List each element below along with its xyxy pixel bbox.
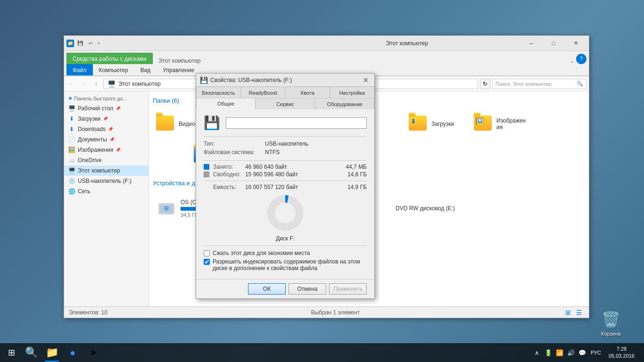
start-button[interactable]: ⊞ [2,343,21,362]
index-checkbox-row: Разрешить индексировать содержимое файло… [204,258,367,272]
info-table: Тип: USB-накопитель Файловая система: NT… [204,140,367,156]
free-space-row: Свободно: 15 960 596 480 байт 14,8 ГБ [204,171,367,178]
separator-2 [204,160,367,161]
taskbar: ⊞ 🔍 📁 ● ➤ ∧ 🔋 📶 🔊 💬 РУС 7:28 05.03.2016 [0,343,644,362]
separator-3 [204,181,367,181]
apply-button[interactable]: Применить [329,283,367,295]
type-row: Тип: USB-накопитель [204,140,367,148]
tab-hardware[interactable]: Оборудование [315,98,374,109]
device-header: 💾 [204,115,367,131]
taskbar-right: ∧ 🔋 📶 🔊 💬 РУС 7:28 05.03.2016 [528,343,642,362]
clock-time: 7:28 [609,346,635,353]
network-icon[interactable]: 💬 [578,343,587,362]
dialog-buttons: ОК Отмена Применить [196,279,374,298]
compress-checkbox-row: Сжать этот диск для экономии места [204,250,367,256]
tab-quota[interactable]: Квота [285,87,330,98]
clock-date: 05.03.2016 [609,353,635,360]
battery-icon[interactable]: 🔋 [544,343,553,362]
chevron-up-icon[interactable]: ∧ [532,343,542,362]
dialog-tab-row-1: Безопасность ReadyBoost Квота Настройка [196,87,374,98]
taskbar-search[interactable]: 🔍 [21,343,41,362]
index-checkbox[interactable] [204,259,210,265]
tab-readyboost[interactable]: ReadyBoost [241,87,286,98]
dialog-overlay: 💾 Свойства: USB-накопитель (F:) ✕ Безопа… [0,0,644,362]
dialog-close-button[interactable]: ✕ [361,75,371,85]
tab-general[interactable]: Общие [196,98,256,109]
taskbar-apps: 🔍 📁 ● ➤ [21,343,528,362]
donut-chart [266,194,304,232]
properties-dialog: 💾 Свойства: USB-накопитель (F:) ✕ Безопа… [196,73,375,299]
separator-1 [204,136,367,137]
language-button[interactable]: РУС [589,350,603,355]
tab-settings[interactable]: Настройка [330,87,375,98]
capacity-row: Емкость: 16 007 557 120 байт 14,9 ГБ [204,184,367,190]
dialog-tabs: Безопасность ReadyBoost Квота Настройка … [196,87,374,109]
dialog-content: 💾 Тип: USB-накопитель Файловая система: … [196,109,374,279]
dialog-tab-row-2: Общие Сервис Оборудование [196,98,374,109]
donut-chart-container: Диск F: [204,194,367,242]
disk-separator [204,246,367,246]
svg-point-10 [271,199,299,227]
used-space-row: Занято: 46 960 640 байт 44,7 МБ [204,164,367,170]
fs-row: Файловая система: NTFS [204,148,367,156]
taskbar-arrow[interactable]: ➤ [83,343,104,362]
device-icon: 💾 [204,115,220,131]
compress-checkbox[interactable] [204,250,210,256]
clock[interactable]: 7:28 05.03.2016 [605,346,638,360]
taskbar-files[interactable]: 📁 [41,343,62,362]
index-label: Разрешить индексировать содержимое файло… [213,258,367,272]
cancel-button[interactable]: Отмена [289,283,326,295]
volume-icon[interactable]: 🔊 [566,343,576,362]
dialog-title-bar: 💾 Свойства: USB-накопитель (F:) ✕ [196,74,374,87]
dialog-title-icon: 💾 [200,76,207,84]
tab-security[interactable]: Безопасность [196,87,241,98]
compress-label: Сжать этот диск для экономии места [213,250,310,256]
dialog-title-text: Свойства: USB-накопитель (F:) [210,77,361,83]
disk-label-text: Диск F: [266,235,304,242]
wifi-icon[interactable]: 📶 [555,343,564,362]
tab-service[interactable]: Сервис [256,98,315,109]
ok-button[interactable]: ОК [248,283,286,295]
device-name-input[interactable] [226,117,367,129]
taskbar-chrome[interactable]: ● [62,343,83,362]
